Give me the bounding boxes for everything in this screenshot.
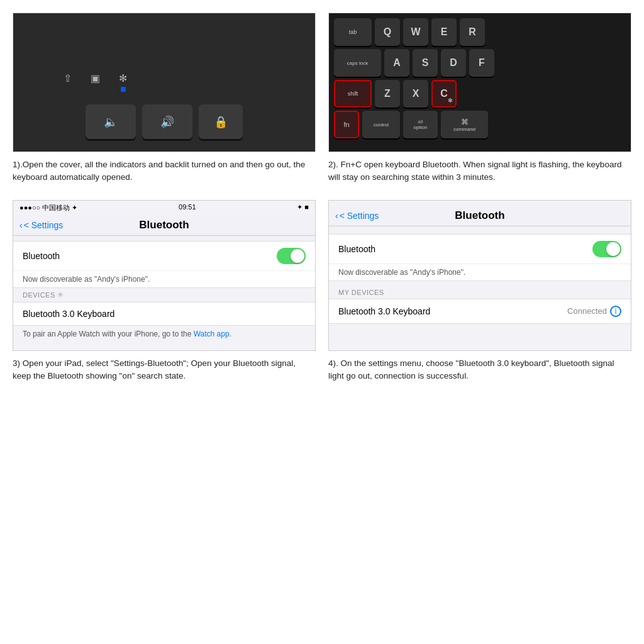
ios-content-4: Bluetooth Now discoverable as "Andy's iP… (329, 234, 631, 324)
status-time: 09:51 (179, 203, 196, 213)
step3-cell: ●●●○○ 中国移动 ✦ 09:51 ✦ ■ ‹ < Settings Blue… (13, 200, 316, 386)
volume-down-key: 🔈 (86, 104, 136, 139)
s-key: S (413, 49, 438, 77)
connected-status: Connected i (567, 306, 621, 317)
statusbar-3: ●●●○○ 中国移动 ✦ 09:51 ✦ ■ (13, 201, 315, 215)
fn-key: fn (334, 111, 359, 138)
discoverable-note-4: Now discoverable as "Andy's iPhone". (329, 264, 631, 280)
step2-caption: 2). Fn+C open keyboard Bluetooth. When s… (328, 152, 631, 187)
kb-row-1: tab Q W E R (334, 18, 626, 46)
chevron-left-icon-4: ‹ (335, 211, 338, 221)
step3-caption: 3) Open your iPad, select "Settings-Blue… (13, 351, 316, 386)
discoverable-note-3: Now discoverable as "Andy's iPhone". (13, 271, 315, 287)
bluetooth-toggle-3[interactable] (277, 248, 306, 264)
e-key: E (431, 18, 457, 46)
step1-caption: 1).Open the cover, all the indicators an… (13, 152, 316, 187)
device-row-4[interactable]: Bluetooth 3.0 Keyboard Connected i (329, 299, 631, 324)
bluetooth-led (121, 87, 126, 92)
bluetooth-title-3: Bluetooth (139, 219, 189, 231)
step1-cell: ⇧ ▣ ✻ 🔈 🔊 🔒 1).Open the cover, all the i… (13, 13, 316, 187)
home-icon: ⇧ (64, 72, 72, 92)
c-bluetooth-key: C ✻ (431, 80, 457, 108)
keyboard-image-2: tab Q W E R caps lock A S D F shift (329, 13, 631, 152)
info-button[interactable]: i (610, 306, 621, 317)
bluetooth-label-3: Bluetooth (23, 251, 60, 261)
bluetooth-section-3: Bluetooth Now discoverable as "Andy's iP… (13, 241, 315, 288)
device-name-3: Bluetooth 3.0 Keyboard (23, 309, 114, 319)
x-key: X (403, 80, 428, 108)
back-button-4[interactable]: ‹ < Settings (335, 211, 379, 221)
bluetooth-row-4: Bluetooth (329, 235, 631, 264)
device-row-3[interactable]: Bluetooth 3.0 Keyboard (13, 302, 315, 326)
shift-key: shift (334, 80, 372, 108)
step4-cell: ‹ < Settings Bluetooth Bluetooth Now dis… (328, 200, 631, 386)
kb-row-2: caps lock A S D F (334, 49, 626, 77)
ios-content-3: Bluetooth Now discoverable as "Andy's iP… (13, 241, 315, 342)
d-key: D (441, 49, 466, 77)
status-signal: ●●●○○ 中国移动 ✦ (19, 203, 77, 213)
key-row: 🔈 🔊 🔒 (86, 104, 243, 139)
status-icons: ✦ ■ (297, 203, 309, 213)
z-key: Z (375, 80, 400, 108)
bluetooth-title-4: Bluetooth (455, 209, 504, 222)
loading-spinner-3: ✳ (57, 291, 64, 299)
bluetooth-label-4: Bluetooth (338, 244, 375, 254)
volume-up-key: 🔊 (142, 104, 192, 139)
bluetooth-section-4: Bluetooth Now discoverable as "Andy's iP… (329, 234, 631, 281)
step4-caption: 4). On the settings menu, choose "Blueto… (328, 351, 631, 386)
q-key: Q (375, 18, 400, 46)
keyboard-indicators: ⇧ ▣ ✻ (64, 72, 127, 92)
watch-note: To pair an Apple Watch with your iPhone,… (13, 326, 315, 342)
tab-key: tab (334, 18, 372, 46)
kb-row-3: shift Z X C ✻ (334, 80, 626, 108)
step2-cell: tab Q W E R caps lock A S D F shift (328, 13, 631, 187)
keyboard-image-1: ⇧ ▣ ✻ 🔈 🔊 🔒 (13, 13, 315, 152)
option-key: alt option (403, 111, 438, 138)
watch-app-link[interactable]: Watch app (194, 330, 230, 338)
capslock-key: caps lock (334, 49, 381, 77)
ios-screen-3: ●●●○○ 中国移动 ✦ 09:51 ✦ ■ ‹ < Settings Blue… (13, 200, 316, 351)
display-icon: ▣ (91, 72, 100, 92)
bluetooth-toggle-4[interactable] (592, 241, 621, 257)
control-key: control (362, 111, 400, 138)
navbar-4: ‹ < Settings Bluetooth (329, 206, 631, 226)
devices-label-3: DEVICES ✳ (13, 288, 315, 302)
chevron-left-icon: ‹ (19, 220, 23, 230)
my-devices-label: MY DEVICES (329, 286, 631, 299)
bluetooth-icon: ✻ (119, 72, 127, 84)
lock-key: 🔒 (199, 104, 243, 139)
a-key: A (384, 49, 409, 77)
navbar-3: ‹ < Settings Bluetooth (13, 215, 315, 236)
back-button-3[interactable]: ‹ < Settings (19, 220, 63, 230)
bluetooth-row-3: Bluetooth (13, 242, 315, 271)
f-key: F (469, 49, 494, 77)
command-key: ⌘ command (441, 111, 488, 138)
kb-row-4: fn control alt option ⌘ command (334, 111, 626, 138)
w-key: W (403, 18, 428, 46)
r-key: R (460, 18, 485, 46)
ios-screen-4: ‹ < Settings Bluetooth Bluetooth Now dis… (328, 200, 631, 351)
device-name-4: Bluetooth 3.0 Keyboard (338, 306, 430, 316)
